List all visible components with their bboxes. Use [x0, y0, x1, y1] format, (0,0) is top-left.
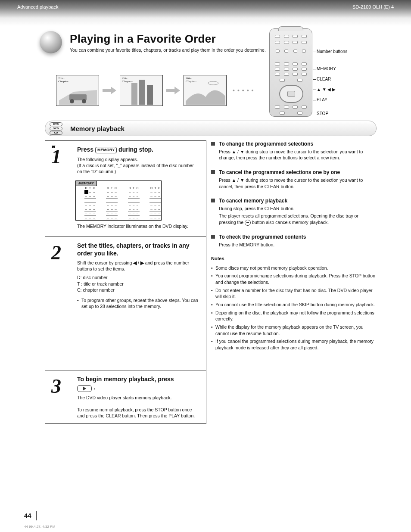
thumb-2: Title:Chapter:	[120, 75, 163, 106]
block-cancel-one: To cancel the programmed selections one …	[211, 169, 376, 190]
label-number-buttons: Number buttons	[317, 49, 347, 54]
thumb-1: Title:Chapter:	[56, 75, 99, 106]
remote-dpad	[279, 85, 303, 103]
notes-item: Some discs may not permit memory playbac…	[211, 265, 376, 271]
header-right: SD-2109 OLH (E) 4	[352, 4, 394, 9]
svg-point-2	[82, 99, 86, 103]
step-2-note: •To program other groups, repeat the abo…	[77, 297, 200, 309]
feature-bar: DVD VCD CD Memory playback	[45, 121, 377, 136]
block-change-programmed: To change the programmed selections Pres…	[211, 140, 376, 161]
step-2-number: 2	[51, 241, 61, 264]
disc-vcd-icon: VCD	[50, 127, 62, 131]
disc-cd-icon: CD	[50, 131, 62, 135]
notes-item: While the display for the memory playbac…	[211, 324, 376, 336]
thumb-art-1	[56, 75, 100, 106]
svg-rect-4	[139, 80, 145, 105]
memory-button-icon: MEMORY	[95, 147, 117, 153]
rc4-desc: Press the MEMORY button.	[219, 242, 376, 248]
remote-illustration	[269, 28, 312, 117]
step-3-heading: To begin memory playback, press .	[77, 376, 200, 392]
disc-dvd-icon: DVD	[50, 122, 62, 126]
ellipsis-dots: •••••	[233, 87, 256, 94]
feature-title: Memory playback	[70, 125, 125, 132]
label-play: PLAY	[317, 97, 327, 102]
step-1-body-2: The MEMORY indicator illuminates on the …	[77, 223, 200, 229]
step-2-heading: Set the titles, chapters, or tracks in a…	[77, 242, 200, 257]
step-3: 3 To begin memory playback, press . The …	[45, 370, 206, 426]
arrow-icon	[166, 87, 180, 94]
step-3-number: 3	[51, 375, 61, 398]
osd-title: MEMORY	[76, 181, 97, 186]
title-chapter-strip: Title:Chapter: Title:Chapter: Title:Chap…	[56, 75, 256, 106]
label-clear: CLEAR	[317, 77, 331, 81]
rc3-desc2: The player resets all programmed selecti…	[219, 213, 376, 226]
label-memory: MEMORY	[317, 66, 336, 71]
title-block: Playing in a Favorite Order You can comb…	[40, 31, 266, 53]
label-directions: ▲ ▼ ◀ ▶	[317, 87, 336, 92]
svg-point-6	[208, 81, 218, 85]
footer-meta: 44	[24, 525, 394, 529]
rc1-heading: To change the programmed selections	[219, 140, 376, 148]
page-title: Playing in a Favorite Order	[70, 32, 266, 46]
step-2-dtc-legend: D: disc number T : title or track number…	[77, 274, 200, 293]
disc-type-icons: DVD VCD CD	[50, 122, 62, 135]
rc2-desc: Press ▲ / ▼ during stop to move the curs…	[219, 177, 376, 190]
header-left: Advanced playback	[17, 4, 58, 9]
notes-heading: Notes	[211, 255, 224, 263]
play-button-icon	[77, 385, 92, 392]
label-stop: STOP	[317, 111, 328, 116]
steps-box: 1 Press MEMORY during stop. The followin…	[45, 140, 206, 424]
notes-item: You cannot program/change selections dur…	[211, 273, 376, 285]
block-check-contents: To check the programmed contents Press t…	[211, 233, 376, 248]
svg-point-1	[70, 99, 74, 103]
lead-line	[313, 52, 316, 52]
page-subtitle: You can combine your favorite titles, ch…	[70, 47, 266, 53]
right-column: To change the programmed selections Pres…	[211, 140, 376, 353]
rc4-heading: To check the programmed contents	[219, 233, 376, 241]
rc1-desc: Press ▲ / ▼ during stop to move the curs…	[219, 149, 376, 161]
thumb-3: Title:Chapter:	[184, 75, 227, 106]
block-cancel-all: To cancel memory playback During stop, p…	[211, 197, 376, 225]
rc3-heading: To cancel memory playback	[219, 197, 376, 205]
square-bullet-icon	[211, 142, 215, 146]
rc3-desc1: During stop, press the CLEAR button.	[219, 205, 376, 212]
notes-item: Depending on the disc, the playback may …	[211, 310, 376, 322]
notes-list: Some discs may not permit memory playbac…	[211, 265, 376, 351]
square-bullet-icon	[211, 235, 215, 239]
header: Advanced playback SD-2109 OLH (E) 4	[17, 4, 394, 9]
rc2-heading: To cancel the programmed selections one …	[219, 169, 376, 176]
sphere-icon	[40, 31, 62, 53]
notes-section: Notes Some discs may not permit memory p…	[211, 255, 376, 351]
square-bullet-icon	[211, 170, 215, 174]
notes-item: Do not enter a number for the disc tray …	[211, 287, 376, 300]
step-1-body-1: The following display appears. (If a dis…	[77, 156, 200, 175]
thumb-art-3	[184, 75, 227, 106]
top-gradient	[0, 0, 411, 26]
step-1-heading: Press MEMORY during stop.	[77, 146, 200, 154]
square-bullet-icon	[211, 199, 215, 202]
svg-rect-3	[131, 83, 137, 105]
notes-item: You cannot use the title selection and t…	[211, 302, 376, 308]
page-number: 44	[24, 512, 31, 519]
arrow-icon	[103, 87, 116, 94]
step-3-body: The DVD video player starts memory playb…	[77, 395, 200, 419]
step-2-line-1: Shift the cursor by pressing ◀ / ▶ and p…	[77, 260, 200, 272]
svg-rect-5	[147, 85, 153, 105]
notes-item: If you cancel the programmed selections …	[211, 338, 376, 351]
thumb-art-2	[120, 75, 163, 106]
memory-osd: MEMORY DTCDTCDTCDTC1------8------15-----…	[75, 180, 162, 221]
step-1: 1 Press MEMORY during stop. The followin…	[45, 141, 206, 236]
stop-icon	[245, 220, 251, 226]
step-2: 2 Set the titles, chapters, or tracks in…	[45, 236, 206, 370]
